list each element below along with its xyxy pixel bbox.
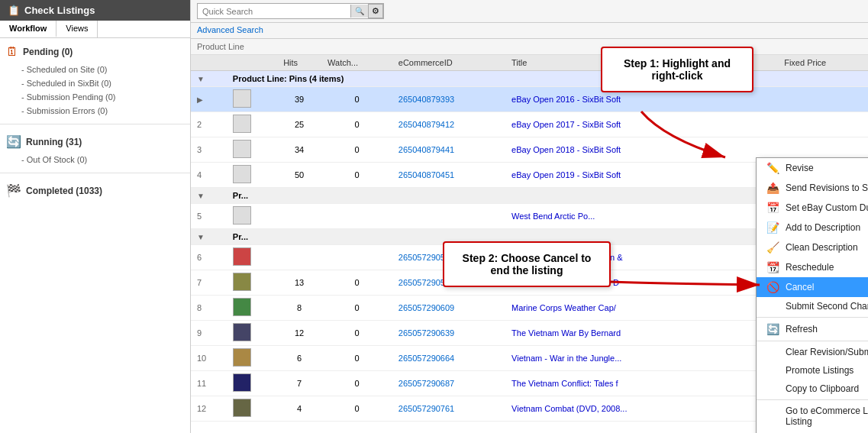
product-image [233,323,251,341]
product-image [233,348,251,367]
col-ecommerce-id[interactable]: eCommerceID [392,55,505,71]
row-img [227,346,277,371]
sidebar-subitem-submission-errors[interactable]: - Submission Errors (0) [0,104,190,118]
menu-item-set-duration[interactable]: 📅 Set eBay Custom Duration [757,198,868,218]
row-title: Vietnam - War in the Jungle... [505,346,718,371]
menu-set-duration-label: Set eBay Custom Duration [786,202,868,213]
menu-item-add-description[interactable]: 📝 Add to Description [757,218,868,238]
table-row[interactable]: ▶ 39 0 265040879393 eBay Open 2016 - Six… [191,87,868,112]
row-watch: 0 [321,112,392,137]
menu-item-copy-clipboard[interactable]: Copy to Clipboard ▶ [757,380,868,398]
menu-clear-errors-label: Clear Revision/Submission Errors [786,347,868,357]
group-header-1: ▼ Product Line: Pins (4 items) [191,71,868,87]
search-button[interactable]: 🔍 [350,5,368,18]
row-ecom-id: 265057290761 [392,396,505,422]
revise-icon: ✏️ [766,162,779,174]
menu-refresh-label: Refresh [786,324,868,334]
row-hits: 8 [277,296,321,321]
expand-group-3[interactable]: ▼ [197,233,205,241]
sidebar: 📋 Check Listings Workflow Views 🗓 Pendin… [0,0,191,433]
col-extra3 [758,55,779,71]
menu-item-go-ecommerce[interactable]: Go to eCommerce Listing for the Selected… [757,402,868,431]
context-menu: ✏️ Revise 📤 Send Revisions to Site 📅 Set… [756,157,868,433]
sidebar-subitem-submission-pending[interactable]: - Submission Pending (0) [0,90,190,104]
tab-views[interactable]: Views [56,21,98,37]
search-options-button[interactable]: ⚙ [368,4,383,18]
sidebar-section-completed: 🏁 Completed (1033) [0,176,190,205]
row-watch [321,245,392,270]
menu-cancel-label: Cancel [786,282,868,292]
row-img [227,204,277,229]
menu-send-revisions-label: Send Revisions to Site [786,183,868,193]
row-ecom-id [392,204,505,229]
sidebar-item-running[interactable]: 🔄 Running (31) [0,131,190,153]
row-ecom-id: 265040879412 [392,112,505,137]
menu-item-clear-errors[interactable]: Clear Revision/Submission Errors [757,343,868,361]
menu-item-clean-description[interactable]: 🧹 Clean Description [757,238,868,257]
sidebar-item-completed[interactable]: 🏁 Completed (1033) [0,179,190,202]
product-image [233,273,251,291]
table-row[interactable]: 2 25 0 265040879412 eBay Open 2017 - Six… [191,112,868,137]
col-fixed-price[interactable]: Fixed Price [778,55,868,71]
sidebar-subitem-scheduled-sixbit[interactable]: - Scheduled in SixBit (0) [0,76,190,90]
row-watch: 0 [321,321,392,346]
sidebar-subitem-out-of-stock[interactable]: - Out Of Stock (0) [0,153,190,166]
tooltip-step2: Step 2: Choose Cancel to end the listing [443,241,611,287]
menu-item-reschedule[interactable]: 📆 Reschedule [757,257,868,277]
row-title: eBay Open 2017 - SixBit Soft [505,112,718,137]
row-title: The Vietnam Conflict: Tales f [505,371,718,396]
toolbar: 🔍 ⚙ [191,0,868,23]
send-revisions-icon: 📤 [766,182,779,194]
row-img [227,87,277,112]
product-image [233,115,251,133]
row-hits: 12 [277,321,321,346]
row-watch: 0 [321,396,392,422]
col-img [227,55,277,71]
advanced-search-link[interactable]: Advanced Search [197,25,263,34]
menu-item-refresh[interactable]: 🔄 Refresh [757,319,868,339]
reschedule-icon: 📆 [766,261,779,273]
menu-item-cancel[interactable]: 🚫 Cancel [757,277,868,297]
expand-group-2[interactable]: ▼ [197,192,205,200]
sidebar-section-pending: 🗓 Pending (0) - Scheduled on Site (0) - … [0,38,190,121]
sidebar-item-pending[interactable]: 🗓 Pending (0) [0,41,190,63]
row-ecom-id: 265057290609 [392,296,505,321]
expand-icon[interactable]: ▶ [197,95,203,104]
menu-promote-label: Promote Listings [786,365,868,376]
search-input[interactable] [198,5,350,18]
menu-item-send-revisions[interactable]: 📤 Send Revisions to Site [757,178,868,198]
sidebar-subitem-scheduled-site[interactable]: - Scheduled on Site (0) [0,63,190,76]
menu-reschedule-label: Reschedule [786,262,868,273]
product-image [233,247,251,266]
row-hits: 6 [277,346,321,371]
divider-1 [0,124,190,124]
col-hits[interactable]: Hits [277,55,321,71]
running-label: Running (31) [26,137,82,147]
tooltip-step1: Step 1: Highlight and right-click [601,47,753,92]
row-watch: 0 [321,87,392,112]
tooltip-step1-text: Step 1: Highlight and right-click [624,57,731,82]
tab-workflow[interactable]: Workflow [0,21,56,37]
row-num: 9 [191,321,227,346]
menu-item-promote[interactable]: Promote Listings [757,361,868,380]
menu-item-revise[interactable]: ✏️ Revise [757,158,868,178]
row-watch: 0 [321,296,392,321]
menu-second-chance-label: Submit Second Chance Offer [786,301,868,312]
product-image [233,89,251,108]
row-watch: 0 [321,371,392,396]
row-img [227,163,277,188]
row-hits: 7 [277,371,321,396]
completed-icon: 🏁 [6,183,21,198]
tooltip-step2-text: Step 2: Choose Cancel to end the listing [463,252,592,276]
expand-group-1[interactable]: ▼ [197,75,205,83]
product-line-header: Product Line [191,39,868,55]
menu-item-second-chance[interactable]: Submit Second Chance Offer [757,297,868,315]
row-watch: 0 [321,346,392,371]
cancel-icon: 🚫 [766,281,779,293]
menu-clean-description-label: Clean Description [786,242,868,253]
row-img [227,112,277,137]
row-hits: 34 [277,137,321,163]
sidebar-title: Check Listings [24,5,95,16]
main-content: 🔍 ⚙ Advanced Search Product Line Hits Wa… [191,0,868,433]
col-watch[interactable]: Watch... [321,55,392,71]
